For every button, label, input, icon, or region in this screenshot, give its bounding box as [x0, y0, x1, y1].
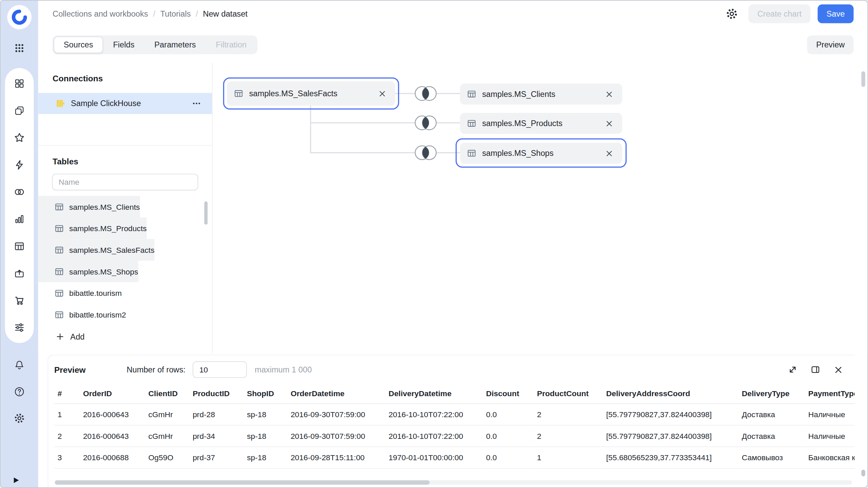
cell: prd-28: [188, 404, 242, 425]
create-chart-button[interactable]: Create chart: [749, 4, 811, 23]
preview-title: Preview: [54, 365, 86, 374]
expand-icon[interactable]: [784, 361, 802, 378]
source-node-clients[interactable]: samples.MS_Clients: [460, 84, 622, 105]
preview-header: Preview Number of rows: maximum 1 000: [48, 355, 855, 384]
table-list-item[interactable]: samples.MS_Shops: [38, 261, 138, 282]
tab-fields[interactable]: Fields: [103, 37, 144, 53]
table-icon: [54, 266, 64, 276]
column-header: ClientID: [144, 384, 188, 404]
column-header: #: [54, 384, 79, 404]
gear-icon[interactable]: [11, 409, 28, 427]
remove-source-icon[interactable]: [603, 88, 615, 100]
split-view-icon[interactable]: [807, 361, 824, 378]
bar-chart-icon[interactable]: [11, 210, 28, 228]
cell: 2: [54, 425, 79, 447]
nine-dots-icon[interactable]: [11, 39, 28, 57]
table-name: bibattle.tourism2: [69, 310, 126, 319]
save-button[interactable]: Save: [817, 4, 853, 23]
table-grid-icon[interactable]: [11, 237, 28, 255]
column-header: OrderDatetime: [286, 384, 384, 404]
cell: Банковская карта: [804, 447, 855, 468]
table-name: samples.MS_SalesFacts: [69, 245, 155, 254]
inner-join-icon[interactable]: [412, 114, 439, 133]
table-list-item[interactable]: bibattle.tourism: [38, 282, 122, 304]
source-node-salesfacts[interactable]: samples.MS_SalesFacts: [227, 81, 395, 106]
add-table-button[interactable]: Add: [38, 332, 85, 342]
table-icon: [54, 288, 64, 298]
scrollbar-thumb[interactable]: [861, 72, 865, 87]
ellipsis-menu-icon[interactable]: [190, 97, 203, 110]
tables-list: samples.MS_Clients samples.MS_Products s…: [38, 196, 212, 325]
tab-filtration[interactable]: Filtration: [206, 37, 257, 53]
table-list-item[interactable]: samples.MS_Clients: [38, 196, 140, 218]
source-node-products[interactable]: samples.MS_Products: [460, 113, 622, 134]
sidebar-icon-panel: [5, 68, 34, 343]
cell: 2016-000643: [79, 404, 144, 425]
column-header: ProductCount: [533, 384, 602, 404]
cell: prd-34: [188, 425, 242, 447]
connections-title: Connections: [38, 62, 212, 83]
table-icon: [54, 223, 64, 233]
cell: 2: [533, 404, 602, 425]
scrollbar-thumb[interactable]: [55, 480, 430, 485]
cell: 2016-000688: [79, 447, 144, 468]
list-scrollbar[interactable]: [204, 201, 208, 225]
bell-icon[interactable]: [11, 356, 28, 374]
cell: Самовывоз: [737, 447, 804, 468]
cell: Доставка: [737, 404, 804, 425]
lightning-icon[interactable]: [11, 156, 28, 174]
preview-actions: [784, 361, 847, 378]
remove-source-icon[interactable]: [603, 147, 615, 159]
cell: 2016-09-28T15:11:00: [286, 447, 384, 468]
table-row: 2 2016-000643 cGmHr prd-34 sp-18 2016-09…: [54, 425, 855, 447]
stacked-squares-icon[interactable]: [11, 102, 28, 119]
inner-join-icon[interactable]: [412, 143, 439, 162]
settings-gear-icon[interactable]: [723, 4, 742, 23]
tab-sources[interactable]: Sources: [54, 37, 103, 53]
cell: sp-18: [242, 404, 286, 425]
node-label: samples.MS_Shops: [482, 149, 554, 158]
dataset-tabs: Sources Fields Parameters Filtration: [53, 35, 258, 54]
breadcrumb: Collections and workbooks / Tutorials / …: [53, 9, 248, 18]
shopping-cart-icon[interactable]: [11, 291, 28, 309]
horizontal-scrollbar[interactable]: [55, 480, 852, 485]
join-line: [310, 106, 311, 153]
scrollbar-thumb[interactable]: [861, 470, 865, 476]
table-name: bibattle.tourism: [69, 288, 122, 297]
cell: 0.0: [481, 447, 532, 468]
inner-join-icon[interactable]: [412, 84, 439, 103]
table-icon: [54, 309, 64, 319]
source-node-shops[interactable]: samples.MS_Shops: [460, 143, 622, 164]
preview-toggle-button[interactable]: Preview: [807, 35, 853, 54]
cell: 1: [54, 404, 79, 425]
four-squares-icon[interactable]: [11, 75, 28, 92]
vertical-scrollbar[interactable]: [861, 72, 865, 476]
column-header: PaymentType: [804, 384, 855, 404]
remove-source-icon[interactable]: [603, 117, 615, 129]
preview-panel: Preview Number of rows: maximum 1 000: [47, 355, 854, 488]
cell: 2016-09-30T07:59:00: [286, 404, 384, 425]
rows-count-input[interactable]: [193, 361, 247, 378]
question-circle-icon[interactable]: [11, 383, 28, 401]
expand-panel-button[interactable]: [14, 477, 19, 483]
table-list-item[interactable]: bibattle.tourism2: [38, 304, 126, 325]
breadcrumb-collections[interactable]: Collections and workbooks: [53, 9, 148, 18]
table-search-input[interactable]: [52, 174, 198, 190]
breadcrumb-tutorials[interactable]: Tutorials: [160, 9, 191, 18]
table-list-item[interactable]: samples.MS_Products: [38, 218, 147, 239]
column-header: OrderID: [79, 384, 144, 404]
remove-source-icon[interactable]: [376, 87, 388, 100]
node-label: samples.MS_Clients: [482, 89, 555, 98]
tab-parameters[interactable]: Parameters: [144, 37, 206, 53]
close-icon[interactable]: [829, 361, 847, 378]
table-list-item[interactable]: samples.MS_SalesFacts: [38, 239, 155, 261]
datalens-logo-icon[interactable]: [7, 5, 32, 29]
cell: 2: [533, 425, 602, 447]
sidebar-rail: [1, 1, 38, 488]
overlapping-circles-icon[interactable]: [11, 183, 28, 201]
sliders-icon[interactable]: [11, 319, 28, 336]
box-arrow-icon[interactable]: [11, 264, 28, 282]
connection-item[interactable]: Sample ClickHouse: [38, 93, 212, 114]
star-icon[interactable]: [11, 129, 28, 146]
rail-footer: [11, 356, 28, 427]
